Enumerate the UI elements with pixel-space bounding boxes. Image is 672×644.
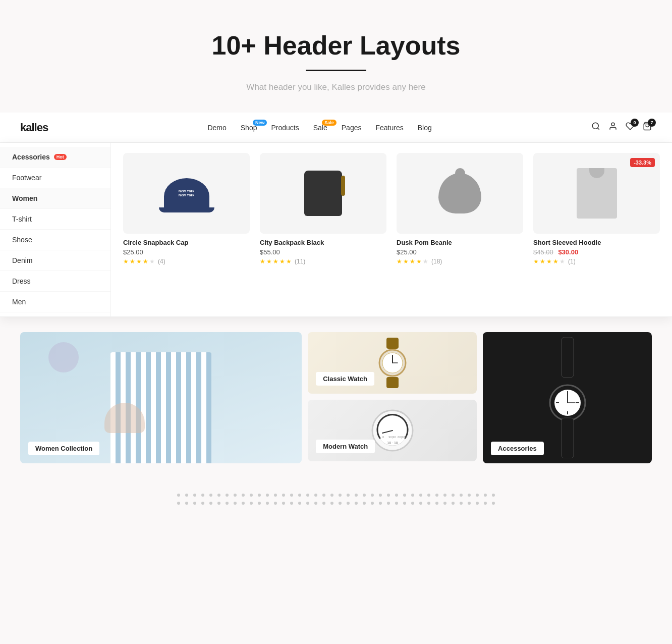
svg-point-1 — [611, 123, 614, 126]
dots-row-1 — [177, 494, 495, 497]
product-price: $45.00 $30.00 — [533, 248, 660, 256]
product-image-backpack — [260, 153, 386, 234]
decorative-dot — [322, 494, 325, 497]
banner-women-collection[interactable]: Women Collection — [20, 332, 302, 463]
decorative-dot — [347, 502, 350, 505]
decorative-dot — [443, 494, 446, 497]
discount-badge: -33.3% — [630, 158, 655, 167]
decorative-dot — [185, 494, 188, 497]
decorative-dot — [258, 494, 261, 497]
banner-accessories[interactable]: Accessories — [483, 332, 652, 463]
nav-item-demo[interactable]: Demo — [207, 124, 226, 132]
sidebar-item-men[interactable]: Men — [0, 292, 110, 312]
decorative-dot — [185, 502, 188, 505]
logo[interactable]: kalles — [20, 121, 48, 134]
sidebar-item-footwear[interactable]: Footwear — [0, 168, 110, 188]
decorative-dot — [330, 494, 333, 497]
women-collection-label: Women Collection — [28, 442, 99, 455]
nav-item-pages[interactable]: Pages — [342, 124, 362, 132]
sidebar-item-denim[interactable]: Denim — [0, 250, 110, 271]
decorative-dot — [266, 494, 269, 497]
svg-text:12: 12 — [404, 436, 408, 439]
decorative-dot — [282, 502, 285, 505]
decorative-dot — [387, 494, 390, 497]
sidebar-item-women[interactable]: Women — [0, 188, 110, 209]
dots-row-2 — [177, 502, 495, 505]
decorative-dot — [177, 494, 180, 497]
decorative-dot — [209, 494, 212, 497]
decorative-dot — [476, 494, 479, 497]
nav-item-blog[interactable]: Blog — [418, 124, 432, 132]
decorative-dot — [452, 494, 455, 497]
decorative-dot — [339, 494, 342, 497]
sidebar-item-label: Denim — [12, 256, 32, 264]
modern-watch-illustration: 10 · 10 0 30|30 60|30 12 — [370, 408, 415, 453]
nav-item-sale[interactable]: Sale Sale — [313, 124, 327, 132]
sidebar-item-accessories[interactable]: Acessories Hot — [0, 147, 110, 168]
product-card-cap[interactable]: New YorkNew York Circle Snapback Cap $25… — [123, 153, 250, 306]
decorative-dot — [411, 494, 414, 497]
decorative-dot — [363, 494, 366, 497]
svg-point-0 — [592, 123, 598, 129]
decorative-dot — [492, 502, 495, 505]
hoodie-icon — [577, 168, 617, 219]
product-price: $55.00 — [260, 248, 386, 256]
svg-rect-26 — [562, 418, 574, 458]
product-name: Short Sleeved Hoodie — [533, 239, 660, 246]
decorative-dot — [468, 502, 471, 505]
sidebar-item-tshirt[interactable]: T-shirt — [0, 209, 110, 230]
nav-item-shop[interactable]: Shop New — [241, 124, 257, 132]
flower-illustration — [48, 342, 79, 372]
beanie-icon — [438, 173, 481, 213]
dropdown-area: Acessories Hot Footwear Women T-shirt Sh… — [0, 143, 672, 317]
accessories-label: Accessories — [491, 442, 544, 455]
account-button[interactable] — [608, 122, 618, 133]
sidebar-item-dress[interactable]: Dress — [0, 271, 110, 292]
banner-modern-watch[interactable]: 10 · 10 0 30|30 60|30 12 Modern Watch — [308, 400, 477, 461]
dots-section — [0, 478, 672, 520]
wishlist-count: 0 — [631, 119, 639, 127]
decorative-dot — [226, 502, 229, 505]
hot-badge: Hot — [54, 154, 67, 160]
decorative-dot — [250, 494, 253, 497]
svg-rect-17 — [562, 337, 574, 378]
decorative-dot — [234, 494, 237, 497]
decorative-dot — [427, 502, 430, 505]
svg-rect-8 — [386, 377, 399, 388]
sidebar-menu: Acessories Hot Footwear Women T-shirt Sh… — [0, 143, 111, 316]
decorative-dot — [484, 494, 487, 497]
sale-badge: Sale — [322, 120, 337, 126]
product-card-hoodie[interactable]: -33.3% Short Sleeved Hoodie $45.00 $30.0… — [533, 153, 660, 306]
right-banners-watches: Classic Watch 10 · 10 0 30|30 60|30 12 M… — [308, 332, 477, 463]
header-bar: kalles Demo Shop New Products Sale Sale … — [0, 113, 672, 143]
product-name: Circle Snapback Cap — [123, 239, 250, 246]
product-price: $25.00 — [397, 248, 523, 256]
decorative-dot — [193, 494, 196, 497]
wishlist-button[interactable]: 0 — [626, 122, 635, 133]
decorative-dot — [306, 502, 309, 505]
decorative-dot — [250, 502, 253, 505]
cart-button[interactable]: 7 — [643, 122, 652, 133]
decorative-dot — [201, 494, 204, 497]
search-button[interactable] — [591, 122, 600, 133]
product-card-backpack[interactable]: City Backpack Black $55.00 ★ ★ ★ ★ ★ (11… — [260, 153, 386, 306]
sidebar-item-label: Men — [12, 298, 26, 306]
accessories-watch-illustration — [547, 337, 588, 458]
hero-subtitle: What header you like, Kalles provides an… — [10, 82, 662, 92]
banner-classic-watch[interactable]: Classic Watch — [308, 332, 477, 394]
decorative-dot — [460, 502, 463, 505]
sidebar-item-shoes[interactable]: Shose — [0, 230, 110, 250]
decorative-dot — [403, 502, 406, 505]
product-rating: ★ ★ ★ ★ ★ (11) — [260, 258, 386, 265]
nav-item-products[interactable]: Products — [271, 124, 299, 132]
product-rating: ★ ★ ★ ★ ★ (18) — [397, 258, 523, 265]
decorative-dot — [347, 494, 350, 497]
decorative-dot — [298, 494, 301, 497]
decorative-dot — [379, 494, 382, 497]
decorative-dot — [282, 494, 285, 497]
sale-price: $30.00 — [558, 248, 578, 256]
product-card-beanie[interactable]: Dusk Pom Beanie $25.00 ★ ★ ★ ★ ★ (18) — [397, 153, 523, 306]
decorative-dot — [242, 502, 245, 505]
nav-item-features[interactable]: Features — [375, 124, 403, 132]
decorative-dot — [201, 502, 204, 505]
